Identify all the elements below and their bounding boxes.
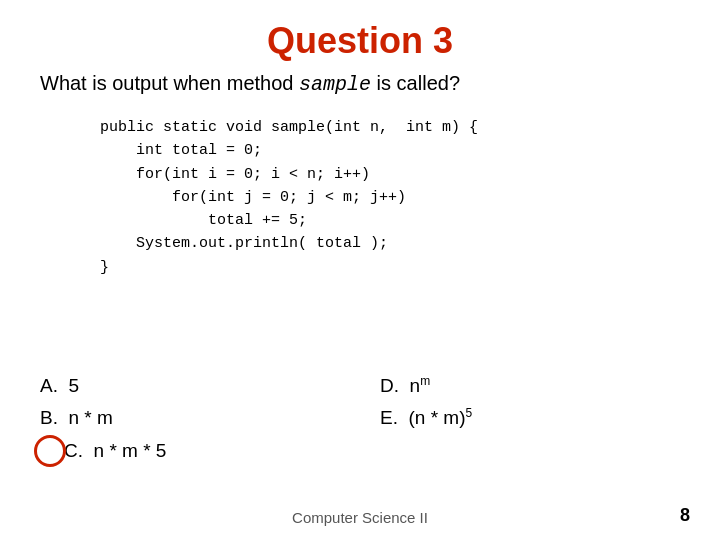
slide-title: Question 3 — [40, 20, 680, 62]
code-line-7: } — [100, 256, 680, 279]
code-line-3: for(int i = 0; i < n; i++) — [100, 163, 680, 186]
answer-c-label: C. n * m * 5 — [64, 435, 166, 467]
answer-b: B. n * m — [40, 402, 166, 434]
answers-left-column: A. 5 B. n * m C. n * m * 5 — [40, 370, 166, 467]
code-line-2: int total = 0; — [100, 139, 680, 162]
answer-a-label: A. 5 — [40, 370, 79, 402]
footer-label: Computer Science II — [292, 509, 428, 526]
answer-c-circle — [34, 435, 66, 467]
code-block: public static void sample(int n, int m) … — [100, 116, 680, 279]
answer-d-label: D. nm — [380, 370, 430, 402]
code-line-1: public static void sample(int n, int m) … — [100, 116, 680, 139]
subtitle-method: sample — [299, 73, 371, 96]
page-number: 8 — [680, 505, 690, 526]
footer: Computer Science II — [0, 509, 720, 526]
answer-e: E. (n * m)5 — [380, 402, 472, 434]
slide-container: Question 3 What is output when method sa… — [0, 0, 720, 540]
code-line-4: for(int j = 0; j < m; j++) — [100, 186, 680, 209]
subtitle-suffix: is called? — [371, 72, 460, 94]
code-line-5: total += 5; — [100, 209, 680, 232]
answer-d: D. nm — [380, 370, 472, 402]
answer-a: A. 5 — [40, 370, 166, 402]
subtitle-prefix: What is output when method — [40, 72, 299, 94]
code-line-6: System.out.println( total ); — [100, 232, 680, 255]
slide-subtitle: What is output when method sample is cal… — [40, 72, 680, 96]
answer-c: C. n * m * 5 — [40, 435, 166, 467]
answers-right-column: D. nm E. (n * m)5 — [380, 370, 472, 435]
answer-e-label: E. (n * m)5 — [380, 402, 472, 434]
answer-b-label: B. n * m — [40, 402, 113, 434]
